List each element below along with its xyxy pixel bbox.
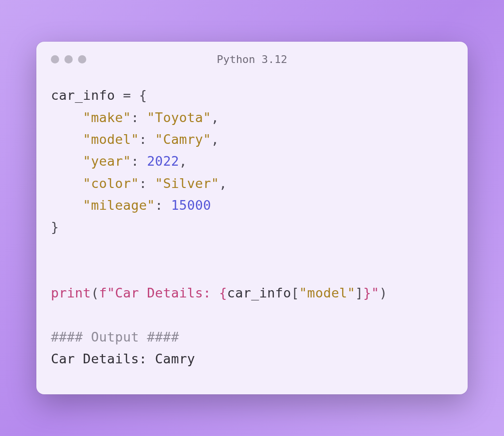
dict-colon: :: [131, 154, 147, 169]
dict-value: 2022: [147, 154, 179, 169]
dict-key: "model": [83, 132, 139, 147]
dict-value: 15000: [171, 198, 211, 213]
titlebar: Python 3.12: [51, 53, 453, 65]
expr-var: car_info: [227, 285, 291, 300]
dict-key: "mileage": [83, 198, 155, 213]
print-func: print: [51, 285, 91, 300]
expr-open: {: [219, 285, 227, 300]
dict-trail: ,: [211, 110, 220, 125]
dict-key: "make": [83, 110, 131, 125]
f-close: ": [371, 285, 379, 300]
fstring-literal: Car Details:: [115, 285, 219, 300]
code-area[interactable]: car_info = { "make": "Toyota", "model": …: [51, 84, 453, 370]
bracket-close: ]: [355, 285, 363, 300]
dict-value: "Camry": [155, 132, 211, 147]
dict-colon: :: [139, 132, 155, 147]
traffic-lights: [51, 55, 86, 63]
dict-colon: :: [155, 198, 171, 213]
minimize-icon[interactable]: [64, 55, 73, 63]
dict-colon: :: [131, 110, 147, 125]
code-indent: [51, 176, 83, 191]
code-indent: [51, 154, 83, 169]
dict-value: "Toyota": [147, 110, 211, 125]
dict-value: "Silver": [155, 176, 219, 191]
close-brace: }: [51, 219, 59, 234]
code-window: Python 3.12 car_info = { "make": "Toyota…: [36, 42, 468, 394]
code-indent: [51, 132, 83, 147]
output-line: Car Details: Camry: [51, 351, 195, 366]
dict-colon: :: [139, 176, 155, 191]
open-paren: (: [91, 285, 99, 300]
dict-trail: ,: [179, 154, 187, 169]
code-indent: [51, 110, 83, 125]
code-variable: car_info: [51, 88, 115, 103]
dict-key: "year": [83, 154, 131, 169]
bracket-open: [: [291, 285, 299, 300]
code-indent: [51, 198, 83, 213]
expr-close: }: [363, 285, 372, 300]
f-prefix: f": [99, 285, 115, 300]
dict-key: "color": [83, 176, 139, 191]
dict-trail: ,: [211, 132, 220, 147]
close-icon[interactable]: [51, 55, 59, 63]
expr-key: "model": [299, 285, 355, 300]
maximize-icon[interactable]: [78, 55, 86, 63]
window-title: Python 3.12: [51, 53, 453, 65]
close-paren: ): [379, 285, 388, 300]
output-header: #### Output ####: [51, 329, 179, 344]
dict-trail: ,: [219, 176, 227, 191]
code-assign: = {: [115, 88, 147, 103]
